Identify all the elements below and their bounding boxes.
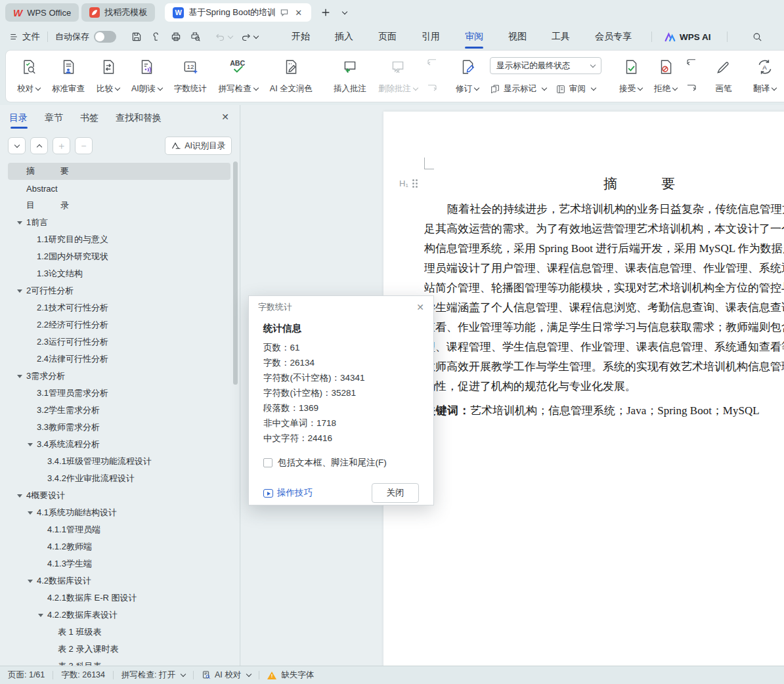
- toc-item[interactable]: 3.2学生需求分析: [0, 402, 240, 419]
- next-change-icon[interactable]: [686, 83, 697, 94]
- toc-item[interactable]: 3需求分析: [0, 368, 240, 385]
- print-icon[interactable]: [166, 31, 186, 43]
- tips-link[interactable]: 操作技巧: [263, 487, 313, 499]
- toc-item[interactable]: 2.2经济可行性分析: [0, 316, 240, 333]
- file-menu-button[interactable]: 文件: [9, 31, 40, 43]
- toc-item[interactable]: 3.4.2作业审批流程设计: [0, 470, 240, 487]
- toc-item[interactable]: 4.2数据库设计: [0, 572, 240, 589]
- ink-pen-button[interactable]: 画笔: [710, 54, 737, 98]
- toc-item[interactable]: 1.1研究目的与意义: [0, 231, 240, 248]
- include-textbox-checkbox[interactable]: [263, 458, 272, 467]
- menu-工具[interactable]: 工具: [539, 26, 582, 47]
- toc-item[interactable]: 4.2.2数据库表设计: [0, 607, 240, 624]
- accept-changes-button[interactable]: 接受: [615, 54, 647, 98]
- ai-recognize-toc-button[interactable]: AI识别目录: [165, 137, 232, 155]
- dialog-close-icon[interactable]: ✕: [416, 302, 424, 312]
- toc-item[interactable]: 1.3论文结构: [0, 265, 240, 282]
- toc-item[interactable]: 1.2国内外研究现状: [0, 248, 240, 265]
- collapse-arrow-icon[interactable]: [38, 614, 43, 617]
- next-comment-icon[interactable]: [426, 83, 438, 94]
- toc-item[interactable]: 4.2.1数据库 E-R 图设计: [0, 589, 240, 607]
- collapse-arrow-icon[interactable]: [28, 443, 33, 446]
- ai-polish-button[interactable]: AI 全文润色: [265, 54, 317, 98]
- status-ai-proofread[interactable]: AI 校对: [202, 670, 251, 681]
- menu-引用[interactable]: 引用: [409, 26, 452, 47]
- toc-item[interactable]: 2.4法律可行性分析: [0, 351, 240, 368]
- toc-item[interactable]: 目 录: [0, 197, 240, 214]
- status-missing-font[interactable]: 缺失字体: [267, 670, 314, 681]
- collapse-arrow-icon[interactable]: [17, 221, 22, 224]
- comment-bubble-icon[interactable]: [280, 8, 289, 17]
- previous-comment-icon[interactable]: [426, 58, 438, 68]
- search-icon[interactable]: [752, 32, 763, 43]
- tab-document[interactable]: W 基于Spring Boot的培训机构 ✕: [165, 3, 311, 22]
- toc-item[interactable]: Abstract: [0, 180, 240, 197]
- toc-item[interactable]: 4.1.3学生端: [0, 555, 240, 572]
- toc-item[interactable]: 表 1 班级表: [0, 624, 240, 641]
- toc-item[interactable]: 4概要设计: [0, 487, 240, 504]
- menu-页面[interactable]: 页面: [366, 26, 409, 47]
- print-preview-icon[interactable]: [186, 31, 206, 43]
- dialog-title-bar[interactable]: 字数统计 ✕: [249, 296, 433, 318]
- sidebar-close-icon[interactable]: ✕: [221, 112, 229, 122]
- status-page-indicator[interactable]: 页面: 1/61: [8, 670, 45, 681]
- previous-change-icon[interactable]: [686, 58, 697, 68]
- export-pdf-icon[interactable]: [146, 31, 166, 43]
- collapse-arrow-icon[interactable]: [17, 289, 22, 293]
- toc-item[interactable]: 2.3运行可行性分析: [0, 333, 240, 351]
- standard-review-button[interactable]: 标准审查: [47, 54, 89, 98]
- collapse-arrow-icon[interactable]: [17, 494, 22, 498]
- sidebar-tab-章节[interactable]: 章节: [45, 106, 63, 130]
- tab-list-chevron-icon[interactable]: [340, 10, 347, 16]
- translate-button[interactable]: A 翻译: [749, 54, 781, 98]
- insert-comment-button[interactable]: 插入批注: [329, 54, 371, 98]
- toc-item[interactable]: 摘 要: [0, 163, 240, 180]
- autosave-toggle[interactable]: [94, 31, 116, 43]
- sidebar-tab-书签[interactable]: 书签: [80, 106, 98, 130]
- menu-开始[interactable]: 开始: [279, 26, 322, 47]
- toc-item[interactable]: 4.1.1管理员端: [0, 521, 240, 538]
- proofread-button[interactable]: 校对: [12, 54, 45, 98]
- toc-item[interactable]: 表 2 录入课时表: [0, 641, 240, 658]
- toc-item[interactable]: 4.1.2教师端: [0, 538, 240, 555]
- collapse-arrow-icon[interactable]: [28, 580, 33, 583]
- toc-collapse-up-button[interactable]: [30, 137, 48, 154]
- menu-会员专享[interactable]: 会员专享: [582, 26, 644, 47]
- spell-check-button[interactable]: ABC 拼写检查: [214, 54, 263, 98]
- menu-审阅[interactable]: 审阅: [452, 26, 496, 47]
- toc-zoom-out-button[interactable]: －: [75, 137, 93, 154]
- dialog-close-button[interactable]: 关闭: [372, 483, 419, 503]
- status-spell-check[interactable]: 拼写检查: 打开: [121, 670, 185, 681]
- tab-wps-home[interactable]: W WPS Office: [5, 3, 79, 22]
- review-pane-button[interactable]: 审阅: [555, 83, 596, 95]
- toc-zoom-in-button[interactable]: ＋: [53, 137, 70, 154]
- toc-item[interactable]: 4.1系统功能结构设计: [0, 504, 240, 521]
- menu-视图[interactable]: 视图: [496, 26, 539, 47]
- sidebar-scrollbar[interactable]: [233, 161, 238, 385]
- new-tab-icon[interactable]: [320, 7, 331, 18]
- toc-item[interactable]: 3.4系统流程分析: [0, 436, 240, 453]
- tab-close-icon[interactable]: ✕: [294, 8, 303, 18]
- status-word-count[interactable]: 字数: 26134: [61, 670, 105, 681]
- delete-comment-button[interactable]: 删除批注: [374, 54, 422, 98]
- sidebar-tab-目录[interactable]: 目录: [9, 106, 28, 130]
- track-changes-button[interactable]: 修订: [451, 54, 483, 98]
- toc-item[interactable]: 3.3教师需求分析: [0, 419, 240, 436]
- toc-item[interactable]: 2可行性分析: [0, 282, 240, 299]
- wps-ai-button[interactable]: WPS AI: [664, 32, 711, 42]
- sidebar-tab-查找和替换[interactable]: 查找和替换: [116, 106, 162, 130]
- markup-state-dropdown[interactable]: 显示标记的最终状态: [490, 57, 601, 74]
- drag-handle-icon[interactable]: [412, 179, 418, 188]
- toc-item[interactable]: 2.1技术可行性分析: [0, 299, 240, 316]
- show-markup-button[interactable]: 显示标记: [490, 83, 546, 95]
- toc-item[interactable]: 3.4.1班级管理功能流程设计: [0, 453, 240, 470]
- tab-docer-templates[interactable]: 找稻壳模板: [81, 3, 155, 22]
- undo-icon[interactable]: [211, 32, 236, 43]
- toc-expand-down-button[interactable]: [8, 137, 26, 154]
- save-icon[interactable]: [127, 31, 146, 43]
- toc-item[interactable]: 3.1管理员需求分析: [0, 385, 240, 402]
- collapse-arrow-icon[interactable]: [17, 375, 22, 378]
- collapse-arrow-icon[interactable]: [28, 511, 33, 515]
- toc-item[interactable]: 表 3 科目表: [0, 658, 240, 666]
- menu-插入[interactable]: 插入: [322, 26, 366, 47]
